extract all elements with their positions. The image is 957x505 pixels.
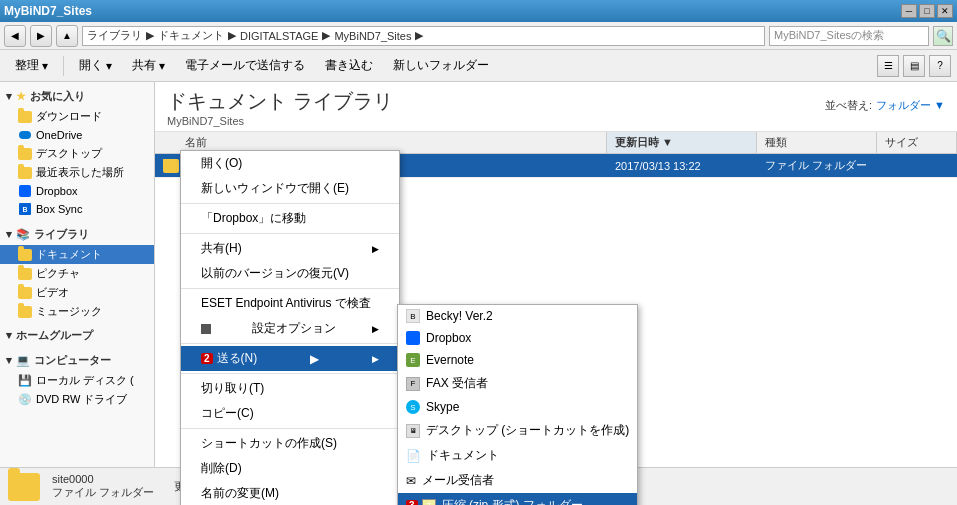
menu-item-create-shortcut[interactable]: ショートカットの作成(S) — [181, 431, 399, 456]
share-button[interactable]: 共有 ▾ — [123, 53, 174, 79]
close-button[interactable]: ✕ — [937, 4, 953, 18]
sidebar-item-dvd[interactable]: 💿 DVD RW ドライブ — [0, 390, 154, 409]
menu-item-cut[interactable]: 切り取り(T) — [181, 376, 399, 401]
submenu-item-documents[interactable]: 📄 ドキュメント — [398, 443, 637, 468]
library-subtitle: MyBiND7_Sites — [167, 115, 393, 127]
address-bar: ◀ ▶ ▲ ライブラリ ▶ ドキュメント ▶ DIGITALSTAGE ▶ My… — [0, 22, 957, 50]
sidebar-computer-header[interactable]: ▾ 💻 コンピューター — [0, 350, 154, 371]
star-icon: ★ — [16, 90, 26, 103]
mail-icon: ✉ — [406, 474, 416, 488]
organize-button[interactable]: 整理 ▾ — [6, 53, 57, 79]
search-button[interactable]: 🔍 — [933, 26, 953, 46]
toolbar-separator — [63, 56, 64, 76]
sidebar-homegroup-header[interactable]: ▾ ホームグループ — [0, 325, 154, 346]
sort-options: 並べ替え: フォルダー ▼ — [825, 98, 945, 113]
sort-value[interactable]: フォルダー ▼ — [876, 98, 945, 113]
sidebar-item-video[interactable]: ビデオ — [0, 283, 154, 302]
content-area: ドキュメント ライブラリ MyBiND7_Sites 並べ替え: フォルダー ▼… — [155, 82, 957, 467]
sidebar-item-pictures[interactable]: ピクチャ — [0, 264, 154, 283]
sidebar-item-boxsync[interactable]: B Box Sync — [0, 200, 154, 218]
sidebar-item-local-disk[interactable]: 💾 ローカル ディスク ( — [0, 371, 154, 390]
menu-item-eset[interactable]: ESET Endpoint Antivirus で検査 — [181, 291, 399, 316]
sidebar-item-onedrive[interactable]: OneDrive — [0, 126, 154, 144]
address-path[interactable]: ライブラリ ▶ ドキュメント ▶ DIGITALSTAGE ▶ MyBiND7_… — [82, 26, 765, 46]
computer-icon: 💻 — [16, 354, 30, 367]
submenu-item-skype[interactable]: S Skype — [398, 396, 637, 418]
sidebar-item-documents[interactable]: ドキュメント — [0, 245, 154, 264]
menu-item-open-new[interactable]: 新しいウィンドウで開く(E) — [181, 176, 399, 201]
library-header: ドキュメント ライブラリ MyBiND7_Sites 並べ替え: フォルダー ▼ — [155, 82, 957, 132]
doc-icon: 📄 — [406, 449, 421, 463]
library-title: ドキュメント ライブラリ — [167, 88, 393, 115]
view-toggle-button[interactable]: ▤ — [903, 55, 925, 77]
menu-separator — [181, 343, 399, 344]
file-type-cell: ファイル フォルダー — [757, 158, 877, 173]
submenu-item-becky[interactable]: B Becky! Ver.2 — [398, 305, 637, 327]
collapse-icon: ▾ — [6, 329, 12, 342]
menu-item-copy[interactable]: コピー(C) — [181, 401, 399, 426]
burn-button[interactable]: 書き込む — [316, 53, 382, 79]
search-placeholder: MyBiND7_Sitesの検索 — [774, 28, 884, 43]
path-documents: ドキュメント — [158, 28, 224, 43]
submenu-item-desktop[interactable]: 🖥 デスクトップ (ショートカットを作成) — [398, 418, 637, 443]
menu-item-send-to[interactable]: 2 送る(N) ▶ — [181, 346, 399, 371]
menu-item-restore[interactable]: 以前のバージョンの復元(V) — [181, 261, 399, 286]
view-options-button[interactable]: ☰ — [877, 55, 899, 77]
submenu-item-mail[interactable]: ✉ メール受信者 — [398, 468, 637, 493]
file-date-cell: 2017/03/13 13:22 — [607, 160, 757, 172]
badge-3: 3 — [406, 500, 418, 505]
sidebar-item-dropbox[interactable]: Dropbox — [0, 182, 154, 200]
menu-item-rename[interactable]: 名前の変更(M) — [181, 481, 399, 505]
sidebar-item-music[interactable]: ミュージック — [0, 302, 154, 321]
minimize-button[interactable]: ─ — [901, 4, 917, 18]
sidebar-item-desktop[interactable]: デスクトップ — [0, 144, 154, 163]
path-library: ライブラリ — [87, 28, 142, 43]
search-input[interactable]: MyBiND7_Sitesの検索 — [769, 26, 929, 46]
email-button[interactable]: 電子メールで送信する — [176, 53, 314, 79]
desktop-icon: 🖥 — [406, 424, 420, 438]
status-folder-name: site0000 — [52, 473, 154, 485]
menu-item-dropbox-move[interactable]: 「Dropbox」に移動 — [181, 206, 399, 231]
submenu-item-fax[interactable]: F FAX 受信者 — [398, 371, 637, 396]
window-controls: ─ □ ✕ — [901, 4, 953, 18]
send-to-submenu: B Becky! Ver.2 Dropbox E Evernote F FAX … — [397, 304, 638, 505]
sidebar-library-header[interactable]: ▾ 📚 ライブラリ — [0, 224, 154, 245]
context-menu: 開く(O) 新しいウィンドウで開く(E) 「Dropbox」に移動 共有(H) … — [180, 150, 400, 505]
menu-item-delete[interactable]: 削除(D) — [181, 456, 399, 481]
library-icon: 📚 — [16, 228, 30, 241]
chevron-down-icon: ▾ — [159, 59, 165, 73]
sidebar-favorites-header[interactable]: ▾ ★ お気に入り — [0, 86, 154, 107]
skype-icon: S — [406, 400, 420, 414]
col-type[interactable]: 種類 — [757, 132, 877, 153]
menu-item-open[interactable]: 開く(O) — [181, 151, 399, 176]
menu-separator — [181, 428, 399, 429]
sidebar-item-recent[interactable]: 最近表示した場所 — [0, 163, 154, 182]
menu-separator — [181, 288, 399, 289]
col-date[interactable]: 更新日時 ▼ — [607, 132, 757, 153]
path-digitalstage: DIGITALSTAGE — [240, 30, 318, 42]
submenu-item-evernote[interactable]: E Evernote — [398, 349, 637, 371]
up-button[interactable]: ▲ — [56, 25, 78, 47]
sidebar: ▾ ★ お気に入り ダウンロード OneDrive デスクトップ 最近表示した場… — [0, 82, 155, 467]
evernote-icon: E — [406, 353, 420, 367]
menu-item-eset-settings[interactable]: 設定オプション — [181, 316, 399, 341]
open-button[interactable]: 開く ▾ — [70, 53, 121, 79]
chevron-down-icon: ▾ — [106, 59, 112, 73]
new-folder-button[interactable]: 新しいフォルダー — [384, 53, 498, 79]
dropbox-icon — [406, 331, 420, 345]
back-button[interactable]: ◀ — [4, 25, 26, 47]
status-folder-icon — [8, 473, 40, 501]
sidebar-item-download[interactable]: ダウンロード — [0, 107, 154, 126]
menu-item-share[interactable]: 共有(H) — [181, 236, 399, 261]
col-size[interactable]: サイズ — [877, 132, 957, 153]
menu-separator — [181, 233, 399, 234]
submenu-item-dropbox[interactable]: Dropbox — [398, 327, 637, 349]
status-info: site0000 ファイル フォルダー — [52, 473, 154, 500]
help-button[interactable]: ? — [929, 55, 951, 77]
sort-label-text: 並べ替え: — [825, 98, 872, 113]
toolbar: 整理 ▾ 開く ▾ 共有 ▾ 電子メールで送信する 書き込む 新しいフォルダー … — [0, 50, 957, 82]
window-title: MyBiND7_Sites — [4, 4, 92, 18]
submenu-item-zip[interactable]: 3 Z 圧縮 (zip 形式) フォルダー — [398, 493, 637, 505]
forward-button[interactable]: ▶ — [30, 25, 52, 47]
maximize-button[interactable]: □ — [919, 4, 935, 18]
